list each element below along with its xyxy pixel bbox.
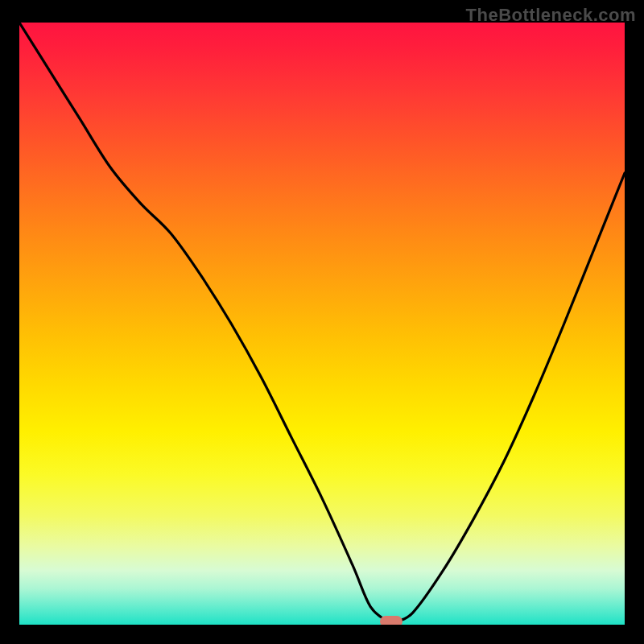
curve-svg bbox=[19, 23, 625, 625]
plot-area bbox=[19, 23, 625, 625]
bottleneck-curve bbox=[19, 23, 625, 623]
chart-frame: TheBottleneck.com bbox=[0, 0, 644, 644]
watermark-text: TheBottleneck.com bbox=[466, 5, 636, 26]
optimum-marker bbox=[380, 616, 402, 625]
